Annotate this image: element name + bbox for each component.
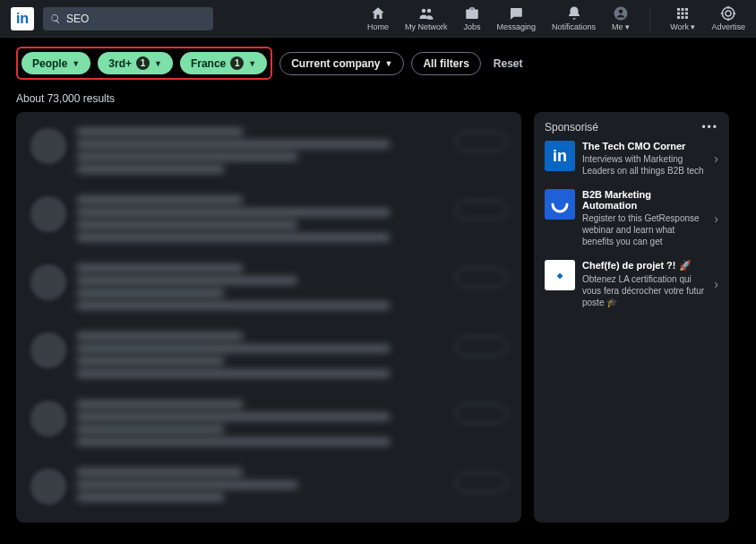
- result-row[interactable]: [16, 187, 521, 255]
- svg-point-3: [726, 11, 731, 16]
- connect-button[interactable]: [455, 132, 507, 151]
- results-panel: [16, 112, 521, 522]
- avatar: [30, 401, 66, 436]
- results-count: About 73,000 results: [0, 89, 756, 112]
- chevron-right-icon: ›: [714, 151, 718, 166]
- chevron-right-icon: ›: [714, 277, 718, 291]
- search-input[interactable]: SEO: [43, 7, 213, 30]
- grid-icon: [674, 5, 691, 22]
- promo-item[interactable]: in The Tech CMO Corner Interviews with M…: [545, 141, 718, 177]
- promo-item[interactable]: ◆ Chef(fe) de projet ?! 🚀 Obtenez LA cer…: [545, 260, 718, 308]
- nav-messaging[interactable]: Messaging: [497, 5, 537, 31]
- avatar: [30, 196, 66, 232]
- jobs-icon: [464, 5, 480, 22]
- nav-divider: [649, 5, 650, 32]
- top-nav: in SEO Home My Network Jobs Messaging No…: [0, 0, 756, 38]
- chevron-down-icon: ▼: [154, 59, 162, 68]
- connect-button[interactable]: [455, 404, 507, 424]
- message-button[interactable]: [455, 472, 507, 492]
- network-icon: [418, 5, 434, 22]
- nav-jobs[interactable]: Jobs: [464, 5, 481, 31]
- sponsored-label: Sponsorisé: [545, 121, 598, 134]
- nav-notifications[interactable]: Notifications: [552, 5, 596, 31]
- chevron-down-icon: ▼: [72, 59, 80, 68]
- avatar-icon: [613, 5, 629, 22]
- filter-company[interactable]: Current company ▼: [279, 52, 404, 75]
- avatar: [30, 128, 66, 164]
- nav-me[interactable]: Me ▾: [612, 5, 630, 31]
- messaging-icon: [508, 5, 524, 22]
- avatar: [30, 469, 66, 505]
- sponsored-panel: Sponsorisé ••• in The Tech CMO Corner In…: [534, 112, 729, 522]
- home-icon: [370, 5, 386, 22]
- result-row[interactable]: [16, 392, 521, 460]
- nav-work[interactable]: Work ▾: [670, 5, 695, 31]
- promo-logo: ◆: [545, 260, 575, 290]
- filter-location[interactable]: France 1 ▼: [180, 52, 267, 74]
- promo-item[interactable]: B2B Marketing Automation Register to thi…: [545, 189, 718, 247]
- result-row[interactable]: [16, 324, 521, 392]
- result-row[interactable]: [16, 119, 521, 187]
- filter-all[interactable]: All filters: [411, 52, 480, 75]
- avatar: [30, 332, 66, 368]
- chevron-down-icon: ▼: [385, 59, 393, 68]
- result-row[interactable]: [16, 460, 521, 515]
- connect-button[interactable]: [455, 200, 507, 220]
- search-query: SEO: [66, 13, 89, 25]
- filter-connections[interactable]: 3rd+ 1 ▼: [98, 52, 173, 74]
- search-icon: [50, 13, 61, 24]
- chevron-down-icon: ▼: [248, 59, 256, 68]
- promo-logo: [545, 189, 575, 220]
- filter-highlight-box: People ▼ 3rd+ 1 ▼ France 1 ▼: [16, 47, 272, 80]
- bell-icon: [566, 5, 582, 22]
- linkedin-logo[interactable]: in: [11, 7, 34, 30]
- target-icon: [720, 5, 736, 22]
- nav-home[interactable]: Home: [367, 5, 389, 31]
- promo-logo: in: [545, 141, 575, 171]
- nav-advertise[interactable]: Advertise: [711, 5, 745, 31]
- filter-reset[interactable]: Reset: [494, 57, 523, 70]
- filter-bar: People ▼ 3rd+ 1 ▼ France 1 ▼ Current com…: [0, 38, 756, 89]
- nav-items: Home My Network Jobs Messaging Notificat…: [367, 5, 745, 32]
- result-row[interactable]: [16, 255, 521, 324]
- svg-point-1: [619, 10, 623, 14]
- message-button[interactable]: [455, 268, 507, 288]
- avatar: [30, 264, 66, 300]
- nav-network[interactable]: My Network: [405, 5, 448, 31]
- more-icon[interactable]: •••: [701, 121, 718, 134]
- connect-button[interactable]: [455, 336, 507, 356]
- svg-point-2: [722, 7, 735, 20]
- chevron-right-icon: ›: [714, 212, 718, 226]
- filter-people[interactable]: People ▼: [21, 52, 90, 74]
